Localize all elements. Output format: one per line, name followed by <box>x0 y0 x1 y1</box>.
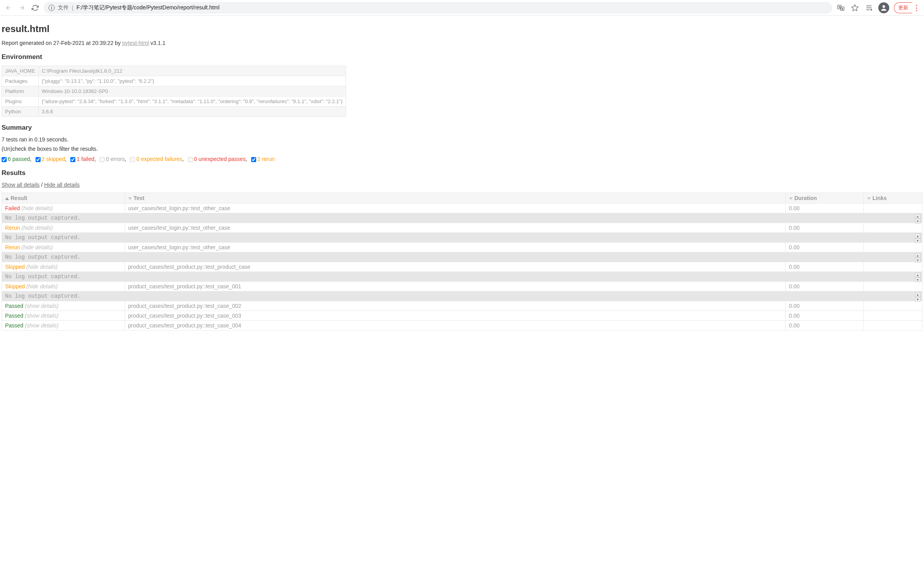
filter-errors-checkbox <box>100 157 105 162</box>
scroll-down-icon[interactable]: ▼ <box>915 258 920 263</box>
result-row: Passed (show details)product_cases/test_… <box>2 301 922 311</box>
generated-line: Report generated on 27-Feb-2021 at 20:39… <box>2 40 922 46</box>
menu-icon[interactable]: ⋮ <box>912 4 920 12</box>
reading-list-icon[interactable] <box>864 3 874 13</box>
scroll-down-icon[interactable]: ▼ <box>915 219 920 223</box>
show-details-link[interactable]: (show details) <box>25 303 59 309</box>
result-cell: Skipped (hide details) <box>2 282 125 291</box>
links-cell <box>864 301 922 311</box>
results-table: Result Test Duration Links Failed (hide … <box>2 193 922 331</box>
col-test[interactable]: Test <box>125 193 786 204</box>
col-result[interactable]: Result <box>2 193 125 204</box>
filter-failed-label: 1 failed <box>77 156 94 162</box>
scroll-up-icon[interactable]: ▲ <box>915 253 920 258</box>
address-path: F:/学习笔记/Pytest专题/code/PytestDemo/report/… <box>77 4 219 11</box>
duration-cell: 0.00 <box>786 262 864 272</box>
profile-avatar[interactable] <box>878 2 889 13</box>
test-cell: user_cases/test_login.py::test_other_cas… <box>125 243 786 252</box>
scroll-down-icon[interactable]: ▼ <box>915 238 920 243</box>
result-cell: Rerun (hide details) <box>2 223 125 233</box>
filter-passed-checkbox[interactable] <box>2 157 7 162</box>
result-label: Failed <box>5 205 20 211</box>
log-cell: No log output captured.▲▼ <box>2 272 922 282</box>
env-value: Windows-10-10.0.18362-SP0 <box>38 86 346 96</box>
results-heading: Results <box>2 169 922 177</box>
show-details-link[interactable]: (show details) <box>25 322 59 329</box>
filter-row: 6 passed, 2 skipped, 1 failed, 0 errors,… <box>2 156 922 162</box>
filter-xfailed-label: 0 expected failures <box>136 156 182 162</box>
hide-all-link[interactable]: Hide all details <box>44 182 80 188</box>
address-prefix: 文件 <box>58 4 69 11</box>
env-key: JAVA_HOME <box>2 66 39 76</box>
svg-point-3 <box>883 5 885 8</box>
update-button[interactable]: 更新 <box>894 2 912 13</box>
duration-cell: 0.00 <box>786 282 864 291</box>
summary-line: 7 tests ran in 0.19 seconds. <box>2 136 922 143</box>
results-links: Show all details / Hide all details <box>2 182 922 188</box>
result-cell: Passed (show details) <box>2 321 125 331</box>
scroll-down-icon[interactable]: ▼ <box>915 297 920 302</box>
hide-details-link[interactable]: (hide details) <box>21 205 53 211</box>
env-row: PlatformWindows-10-10.0.18362-SP0 <box>2 86 346 96</box>
address-bar[interactable]: i 文件 | F:/学习笔记/Pytest专题/code/PytestDemo/… <box>44 2 832 14</box>
page-title: result.html <box>2 23 922 34</box>
links-cell <box>864 243 922 252</box>
sort-neutral-icon <box>128 197 132 200</box>
log-row: No log output captured.▲▼ <box>2 272 922 282</box>
pytest-html-link[interactable]: pytest-html <box>122 40 149 46</box>
test-cell: product_cases/test_product.py::test_prod… <box>125 262 786 272</box>
filter-failed-checkbox[interactable] <box>70 157 75 162</box>
result-cell: Passed (show details) <box>2 301 125 311</box>
sort-neutral-icon <box>867 197 871 200</box>
result-label: Rerun <box>5 244 20 250</box>
hide-details-link[interactable]: (hide details) <box>21 244 53 250</box>
result-row: Passed (show details)product_cases/test_… <box>2 311 922 321</box>
filter-skipped-label: 2 skipped <box>42 156 65 162</box>
result-cell: Passed (show details) <box>2 311 125 321</box>
test-cell: product_cases/test_product.py::test_case… <box>125 282 786 291</box>
duration-cell: 0.00 <box>786 301 864 311</box>
reload-button[interactable] <box>30 3 40 13</box>
duration-cell: 0.00 <box>786 204 864 213</box>
hide-details-link[interactable]: (hide details) <box>26 283 57 290</box>
test-cell: user_cases/test_login.py::test_other_cas… <box>125 204 786 213</box>
hide-details-link[interactable]: (hide details) <box>21 225 53 231</box>
log-row: No log output captured.▲▼ <box>2 252 922 262</box>
filter-help: (Un)check the boxes to filter the result… <box>2 146 922 152</box>
browser-toolbar: i 文件 | F:/学习笔记/Pytest专题/code/PytestDemo/… <box>0 0 924 16</box>
env-value: 3.6.6 <box>38 107 346 117</box>
scroll-down-icon[interactable]: ▼ <box>915 277 920 282</box>
result-row: Rerun (hide details)user_cases/test_logi… <box>2 243 922 252</box>
log-cell: No log output captured.▲▼ <box>2 213 922 223</box>
filter-passed-label: 6 passed <box>8 156 30 162</box>
log-scroll: ▲▼ <box>915 292 920 302</box>
scroll-up-icon[interactable]: ▲ <box>915 214 920 219</box>
log-row: No log output captured.▲▼ <box>2 291 922 301</box>
test-cell: user_cases/test_login.py::test_other_cas… <box>125 223 786 233</box>
result-row: Passed (show details)product_cases/test_… <box>2 321 922 331</box>
col-links[interactable]: Links <box>864 193 922 204</box>
filter-xpassed-checkbox <box>188 157 193 162</box>
scroll-up-icon[interactable]: ▲ <box>915 292 920 297</box>
info-icon: i <box>48 5 55 11</box>
scroll-up-icon[interactable]: ▲ <box>915 234 920 238</box>
back-button[interactable] <box>4 3 13 13</box>
result-label: Skipped <box>5 264 25 270</box>
show-all-link[interactable]: Show all details <box>2 182 39 188</box>
bookmark-icon[interactable] <box>850 3 860 13</box>
filter-skipped-checkbox[interactable] <box>36 157 41 162</box>
links-cell <box>864 282 922 291</box>
log-cell: No log output captured.▲▼ <box>2 252 922 262</box>
env-value: {"pluggy": "0.13.1", "py": "1.10.0", "py… <box>38 76 346 86</box>
scroll-up-icon[interactable]: ▲ <box>915 273 920 277</box>
show-details-link[interactable]: (show details) <box>25 313 59 319</box>
filter-errors-label: 0 errors <box>106 156 125 162</box>
forward-button[interactable] <box>17 3 27 13</box>
filter-rerun-checkbox[interactable] <box>251 157 256 162</box>
translate-icon[interactable] <box>836 3 846 13</box>
hide-details-link[interactable]: (hide details) <box>26 264 57 270</box>
env-key: Plugins <box>2 96 39 107</box>
links-cell <box>864 223 922 233</box>
col-duration[interactable]: Duration <box>786 193 864 204</box>
duration-cell: 0.00 <box>786 321 864 331</box>
